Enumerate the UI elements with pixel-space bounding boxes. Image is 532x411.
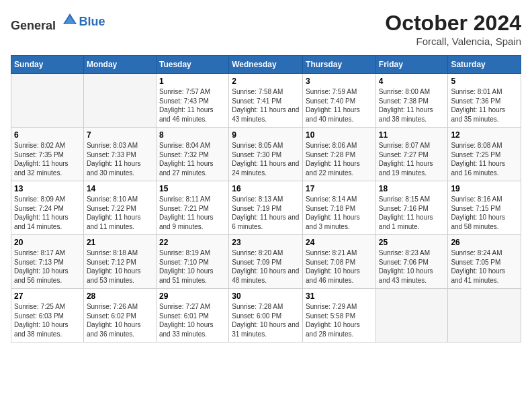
calendar-cell: 20Sunrise: 8:17 AM Sunset: 7:13 PM Dayli… (11, 235, 84, 289)
day-number: 7 (87, 130, 153, 140)
day-number: 23 (232, 238, 300, 247)
calendar-cell: 27Sunrise: 7:25 AM Sunset: 6:03 PM Dayli… (11, 289, 84, 342)
calendar-cell: 8Sunrise: 8:04 AM Sunset: 7:32 PM Daylig… (156, 128, 228, 181)
day-info: Sunrise: 8:08 AM Sunset: 7:25 PM Dayligh… (451, 141, 518, 177)
day-number: 30 (232, 291, 300, 301)
calendar-week-1: 1Sunrise: 7:57 AM Sunset: 7:43 PM Daylig… (11, 74, 521, 128)
day-number: 1 (159, 77, 226, 86)
day-info: Sunrise: 8:18 AM Sunset: 7:12 PM Dayligh… (87, 248, 153, 285)
calendar-cell: 10Sunrise: 8:06 AM Sunset: 7:28 PM Dayli… (303, 128, 376, 181)
day-info: Sunrise: 8:01 AM Sunset: 7:36 PM Dayligh… (451, 87, 518, 124)
calendar-cell (11, 74, 84, 128)
day-info: Sunrise: 8:03 AM Sunset: 7:33 PM Dayligh… (87, 141, 153, 177)
day-number: 20 (14, 238, 81, 247)
day-info: Sunrise: 7:59 AM Sunset: 7:40 PM Dayligh… (306, 87, 373, 124)
day-info: Sunrise: 8:24 AM Sunset: 7:05 PM Dayligh… (451, 248, 518, 285)
calendar-cell (448, 289, 521, 342)
day-number: 26 (451, 238, 518, 247)
calendar-cell: 19Sunrise: 8:16 AM Sunset: 7:15 PM Dayli… (448, 181, 521, 235)
calendar-header-row: SundayMondayTuesdayWednesdayThursdayFrid… (11, 56, 521, 74)
day-number: 12 (451, 130, 518, 140)
calendar-cell: 29Sunrise: 7:27 AM Sunset: 6:01 PM Dayli… (156, 289, 228, 342)
calendar-cell: 17Sunrise: 8:14 AM Sunset: 7:18 PM Dayli… (303, 181, 376, 235)
day-number: 14 (87, 184, 153, 193)
day-info: Sunrise: 8:16 AM Sunset: 7:15 PM Dayligh… (451, 195, 518, 231)
day-number: 2 (232, 77, 300, 86)
day-number: 15 (159, 184, 226, 193)
day-info: Sunrise: 7:57 AM Sunset: 7:43 PM Dayligh… (159, 87, 226, 124)
day-number: 9 (232, 130, 300, 140)
day-number: 5 (451, 77, 518, 86)
calendar-body: 1Sunrise: 7:57 AM Sunset: 7:43 PM Daylig… (11, 74, 521, 342)
day-number: 21 (87, 238, 153, 247)
day-info: Sunrise: 7:58 AM Sunset: 7:41 PM Dayligh… (232, 87, 300, 124)
calendar-cell: 28Sunrise: 7:26 AM Sunset: 6:02 PM Dayli… (83, 289, 156, 342)
weekday-header-friday: Friday (375, 56, 448, 74)
day-info: Sunrise: 8:19 AM Sunset: 7:10 PM Dayligh… (159, 248, 226, 285)
calendar-week-4: 20Sunrise: 8:17 AM Sunset: 7:13 PM Dayli… (11, 235, 521, 289)
calendar-cell: 16Sunrise: 8:13 AM Sunset: 7:19 PM Dayli… (229, 181, 303, 235)
day-info: Sunrise: 7:26 AM Sunset: 6:02 PM Dayligh… (87, 302, 153, 338)
day-info: Sunrise: 8:05 AM Sunset: 7:30 PM Dayligh… (232, 141, 300, 177)
day-number: 6 (14, 130, 81, 140)
calendar-cell: 2Sunrise: 7:58 AM Sunset: 7:41 PM Daylig… (229, 74, 303, 128)
calendar-cell: 31Sunrise: 7:29 AM Sunset: 5:58 PM Dayli… (303, 289, 376, 342)
page-header: General Blue October 2024 Forcall, Valen… (11, 11, 521, 47)
logo: General Blue (11, 11, 105, 33)
calendar-cell: 23Sunrise: 8:20 AM Sunset: 7:09 PM Dayli… (229, 235, 303, 289)
day-number: 28 (87, 291, 153, 301)
calendar-cell: 3Sunrise: 7:59 AM Sunset: 7:40 PM Daylig… (303, 74, 376, 128)
day-number: 25 (379, 238, 445, 247)
calendar-cell: 21Sunrise: 8:18 AM Sunset: 7:12 PM Dayli… (83, 235, 156, 289)
day-info: Sunrise: 7:29 AM Sunset: 5:58 PM Dayligh… (306, 302, 373, 338)
day-info: Sunrise: 8:15 AM Sunset: 7:16 PM Dayligh… (379, 195, 445, 231)
day-info: Sunrise: 8:07 AM Sunset: 7:27 PM Dayligh… (379, 141, 445, 177)
day-number: 29 (159, 291, 226, 301)
day-info: Sunrise: 8:09 AM Sunset: 7:24 PM Dayligh… (14, 195, 81, 231)
weekday-header-thursday: Thursday (303, 56, 376, 74)
title-block: October 2024 Forcall, Valencia, Spain (385, 11, 521, 47)
calendar-week-3: 13Sunrise: 8:09 AM Sunset: 7:24 PM Dayli… (11, 181, 521, 235)
page-title: October 2024 (385, 11, 521, 36)
calendar-cell (83, 74, 156, 128)
calendar-cell: 7Sunrise: 8:03 AM Sunset: 7:33 PM Daylig… (83, 128, 156, 181)
logo-icon (60, 11, 79, 30)
calendar-cell: 26Sunrise: 8:24 AM Sunset: 7:05 PM Dayli… (448, 235, 521, 289)
calendar-cell: 15Sunrise: 8:11 AM Sunset: 7:21 PM Dayli… (156, 181, 228, 235)
day-info: Sunrise: 8:00 AM Sunset: 7:38 PM Dayligh… (379, 87, 445, 124)
calendar-cell: 18Sunrise: 8:15 AM Sunset: 7:16 PM Dayli… (375, 181, 448, 235)
day-number: 19 (451, 184, 518, 193)
day-info: Sunrise: 8:23 AM Sunset: 7:06 PM Dayligh… (379, 248, 445, 285)
calendar-cell: 22Sunrise: 8:19 AM Sunset: 7:10 PM Dayli… (156, 235, 228, 289)
calendar-cell: 24Sunrise: 8:21 AM Sunset: 7:08 PM Dayli… (303, 235, 376, 289)
calendar-cell (375, 289, 448, 342)
day-number: 16 (232, 184, 300, 193)
calendar-cell: 13Sunrise: 8:09 AM Sunset: 7:24 PM Dayli… (11, 181, 84, 235)
logo-blue: Blue (79, 15, 105, 28)
day-number: 27 (14, 291, 81, 301)
calendar-cell: 5Sunrise: 8:01 AM Sunset: 7:36 PM Daylig… (448, 74, 521, 128)
day-info: Sunrise: 8:02 AM Sunset: 7:35 PM Dayligh… (14, 141, 81, 177)
calendar-cell: 1Sunrise: 7:57 AM Sunset: 7:43 PM Daylig… (156, 74, 228, 128)
day-info: Sunrise: 8:14 AM Sunset: 7:18 PM Dayligh… (306, 195, 373, 231)
day-info: Sunrise: 8:10 AM Sunset: 7:22 PM Dayligh… (87, 195, 153, 231)
day-number: 8 (159, 130, 226, 140)
weekday-header-monday: Monday (83, 56, 156, 74)
weekday-header-saturday: Saturday (448, 56, 521, 74)
calendar-cell: 11Sunrise: 8:07 AM Sunset: 7:27 PM Dayli… (375, 128, 448, 181)
day-number: 17 (306, 184, 373, 193)
calendar-cell: 6Sunrise: 8:02 AM Sunset: 7:35 PM Daylig… (11, 128, 84, 181)
day-number: 31 (306, 291, 373, 301)
day-info: Sunrise: 8:21 AM Sunset: 7:08 PM Dayligh… (306, 248, 373, 285)
calendar-week-2: 6Sunrise: 8:02 AM Sunset: 7:35 PM Daylig… (11, 128, 521, 181)
calendar-cell: 9Sunrise: 8:05 AM Sunset: 7:30 PM Daylig… (229, 128, 303, 181)
day-info: Sunrise: 8:11 AM Sunset: 7:21 PM Dayligh… (159, 195, 226, 231)
day-info: Sunrise: 7:27 AM Sunset: 6:01 PM Dayligh… (159, 302, 226, 338)
weekday-header-tuesday: Tuesday (156, 56, 228, 74)
day-number: 3 (306, 77, 373, 86)
calendar-table: SundayMondayTuesdayWednesdayThursdayFrid… (11, 55, 521, 342)
weekday-header-wednesday: Wednesday (229, 56, 303, 74)
day-number: 13 (14, 184, 81, 193)
day-number: 10 (306, 130, 373, 140)
page-subtitle: Forcall, Valencia, Spain (385, 36, 521, 47)
